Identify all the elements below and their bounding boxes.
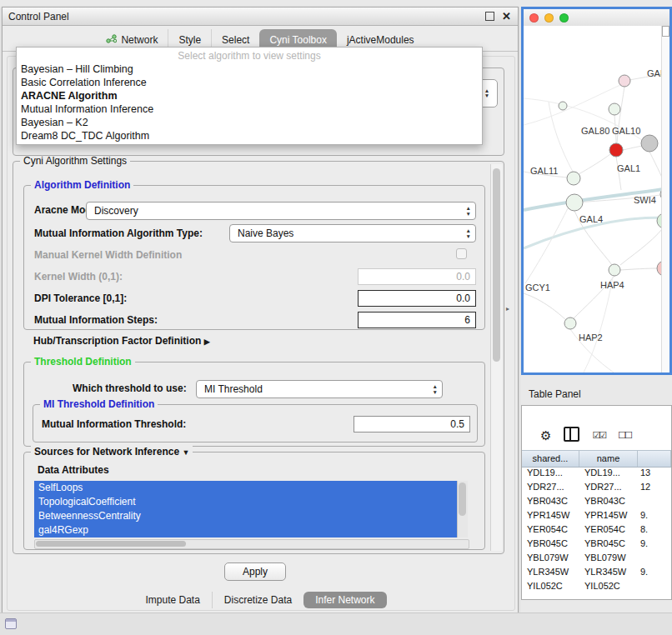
- mi-threshold-input[interactable]: 0.5: [354, 416, 470, 432]
- tab-impute-data[interactable]: Impute Data: [133, 592, 211, 608]
- algorithm-option[interactable]: Basic Correlation Inference: [17, 76, 482, 89]
- table-row[interactable]: YIL052CYIL052C: [522, 579, 671, 593]
- scrollbar-thumb[interactable]: [493, 168, 500, 362]
- close-icon[interactable]: ✕: [502, 11, 511, 22]
- mi-threshold-group: MI Threshold Definition Mutual Informati…: [33, 404, 478, 442]
- hub-section-toggle[interactable]: Hub/Transcription Factor Definition ▶: [33, 335, 210, 347]
- table-row[interactable]: YDL19...YDL19...13: [522, 466, 671, 480]
- attribute-item[interactable]: SelfLoops: [34, 481, 458, 495]
- table-row[interactable]: YBR043CYBR043C: [522, 494, 671, 508]
- network-canvas-container[interactable]: GALGAL80GAL10GAL11GAL1SWI4GAL4GCY1HAP4HA…: [524, 26, 669, 372]
- network-canvas[interactable]: GALGAL80GAL10GAL11GAL1SWI4GAL4GCY1HAP4HA…: [524, 26, 669, 372]
- mi-threshold-label: Mutual Information Threshold:: [42, 418, 186, 430]
- network-node[interactable]: [559, 102, 567, 110]
- dpi-tolerance-input[interactable]: 0.0: [358, 290, 476, 307]
- select-all-icon[interactable]: ☑☑: [592, 429, 605, 442]
- zoom-button[interactable]: [559, 13, 569, 22]
- tab-discretize-data[interactable]: Discretize Data: [212, 592, 303, 608]
- combo-arrows-icon: ▲▼: [433, 384, 438, 395]
- table-row[interactable]: YBR045CYBR045C9.: [522, 537, 671, 551]
- network-node[interactable]: [609, 143, 623, 157]
- table-cell: YDL19...: [579, 466, 638, 480]
- hub-section-label: Hub/Transcription Factor Definition: [33, 335, 201, 347]
- algorithm-option[interactable]: Bayesian – Hill Climbing: [17, 62, 482, 76]
- scrollbar-thumb[interactable]: [459, 482, 466, 516]
- table-row[interactable]: YLR345WYLR345W9.: [522, 565, 671, 579]
- network-node[interactable]: [566, 194, 583, 211]
- table-row[interactable]: YPR145WYPR145W9.: [522, 508, 671, 522]
- mi-steps-input[interactable]: 6: [358, 312, 476, 328]
- table-row[interactable]: YER054CYER054C8.: [522, 522, 671, 537]
- table-header-row: shared...name: [522, 450, 671, 468]
- aracne-mode-value: Discovery: [94, 205, 138, 217]
- control-panel-window: Control Panel ✕ NetworkStyleSelectCyni T…: [2, 7, 519, 613]
- network-node[interactable]: [609, 103, 620, 115]
- column-header[interactable]: name: [579, 451, 638, 467]
- gear-icon[interactable]: ⚙: [540, 429, 551, 442]
- apply-button[interactable]: Apply: [224, 562, 286, 581]
- network-window-titlebar[interactable]: [524, 9, 669, 27]
- which-threshold-select[interactable]: MI Threshold ▲▼: [196, 380, 443, 398]
- network-node[interactable]: [641, 135, 658, 152]
- algorithm-option[interactable]: Mutual Information Inference: [17, 102, 482, 116]
- table-cell: [638, 579, 671, 593]
- table-cell: 9.: [638, 537, 671, 551]
- settings-scrollbar[interactable]: [490, 164, 502, 551]
- deselect-all-icon[interactable]: ☐☐: [618, 429, 631, 442]
- network-node[interactable]: [619, 75, 630, 87]
- close-button[interactable]: [529, 13, 539, 22]
- settings-group-title: Cyni Algorithm Settings: [20, 155, 130, 167]
- mi-steps-label: Mutual Information Steps:: [34, 314, 158, 326]
- columns-icon[interactable]: [564, 427, 579, 442]
- data-attributes-label: Data Attributes: [38, 464, 109, 476]
- algorithm-popup-placeholder: Select algorithm to view settings: [17, 49, 482, 62]
- minimize-button[interactable]: [544, 13, 554, 22]
- network-node[interactable]: [567, 172, 580, 185]
- column-header[interactable]: shared...: [522, 451, 579, 467]
- node-label: HAP2: [579, 332, 603, 342]
- algorithm-option[interactable]: Bayesian – K2: [17, 116, 482, 129]
- attribute-item[interactable]: gal4RGexp: [34, 523, 458, 538]
- table-cell: YPR145W: [522, 508, 579, 522]
- float-icon[interactable]: [485, 12, 494, 21]
- table-cell: YER054C: [579, 522, 638, 537]
- table-row[interactable]: YDR27...YDR27...12: [522, 480, 671, 494]
- table-cell: [638, 494, 671, 508]
- manual-kernel-checkbox: [456, 248, 467, 259]
- splitter-collapse-icon[interactable]: ▸: [506, 305, 509, 312]
- network-view-window[interactable]: GALGAL80GAL10GAL11GAL1SWI4GAL4GCY1HAP4HA…: [521, 7, 672, 375]
- network-edge: [524, 293, 566, 320]
- algorithm-option[interactable]: ARACNE Algorithm: [17, 89, 482, 102]
- network-scrollbar[interactable]: [661, 26, 669, 372]
- attribute-item[interactable]: BetweennessCentrality: [34, 509, 458, 523]
- cyni-algorithm-settings-group: Cyni Algorithm Settings Algorithm Defini…: [13, 161, 504, 554]
- table-cell: YBL079W: [522, 551, 579, 565]
- attributes-vertical-scrollbar[interactable]: [457, 481, 468, 538]
- tab-infer-network[interactable]: Infer Network: [303, 592, 386, 608]
- combo-arrows-icon: ▲▼: [466, 206, 471, 217]
- algorithm-option[interactable]: Dream8 DC_TDC Algorithm: [17, 129, 482, 142]
- table-cell: 8.: [638, 522, 671, 537]
- network-edge: [620, 228, 663, 265]
- table-cell: YBR043C: [522, 494, 579, 508]
- column-header[interactable]: [638, 451, 671, 467]
- mi-algorithm-type-select[interactable]: Naive Bayes ▲▼: [229, 224, 476, 242]
- table-body: YDL19...YDL19...13YDR27...YDR27...12YBR0…: [522, 466, 671, 599]
- table-cell: YBL079W: [579, 551, 638, 565]
- network-edge: [584, 277, 613, 372]
- network-node[interactable]: [564, 318, 576, 329]
- panel-restore-icon[interactable]: [5, 618, 17, 629]
- node-label: GAL80: [581, 126, 609, 136]
- network-node[interactable]: [609, 264, 620, 276]
- attribute-item[interactable]: TopologicalCoefficient: [34, 495, 458, 509]
- control-panel-titlebar[interactable]: Control Panel ✕: [3, 8, 518, 26]
- attributes-horizontal-scrollbar[interactable]: [34, 539, 469, 549]
- aracne-mode-select[interactable]: Discovery ▲▼: [86, 202, 476, 220]
- scrollbar-thumb[interactable]: [36, 541, 186, 547]
- tab-label: jActiveModules: [347, 34, 414, 46]
- network-icon: [106, 34, 117, 46]
- network-edge: [623, 146, 642, 150]
- table-cell: YBR045C: [522, 537, 579, 551]
- table-row[interactable]: YBL079WYBL079W: [522, 551, 671, 565]
- sources-section-toggle[interactable]: Sources for Network Inference ▼: [31, 446, 193, 458]
